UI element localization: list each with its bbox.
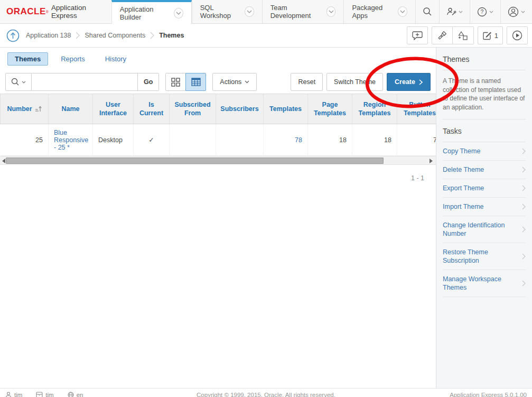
scroll-right-arrow[interactable] xyxy=(428,158,434,163)
icon-view-button[interactable] xyxy=(165,73,186,91)
about-region-title: Themes xyxy=(443,48,526,70)
grid-view-icon xyxy=(171,78,180,87)
play-icon xyxy=(512,30,522,41)
search-icon xyxy=(423,7,432,16)
column-header-subscribers[interactable]: Subscribers xyxy=(216,94,264,124)
column-header-templates[interactable]: Templates xyxy=(264,94,308,124)
check-icon: ✓ xyxy=(148,136,154,144)
task-export-theme[interactable]: Export Theme xyxy=(443,179,526,197)
task-restore-theme-subscription[interactable]: Restore Theme Subscription xyxy=(443,243,526,270)
breadcrumb-current-themes: Themes xyxy=(159,32,184,39)
report-view-button[interactable] xyxy=(185,73,206,91)
breadcrumb-bar: Application 138 Shared Components Themes xyxy=(0,24,532,48)
column-header-name[interactable]: Name xyxy=(49,94,93,124)
nav-tab-application-builder[interactable]: Application Builder xyxy=(111,0,192,24)
nav-tab-team-development[interactable]: Team Development xyxy=(262,0,344,23)
administration-menu-button[interactable] xyxy=(439,0,470,23)
region-tabs: Themes Reports History xyxy=(0,48,436,70)
breadcrumb-application[interactable]: Application 138 xyxy=(26,32,71,39)
task-change-identification-number[interactable]: Change Identification Number xyxy=(443,216,526,243)
templates-count-link[interactable]: 78 xyxy=(295,136,302,144)
spotlight-search-button[interactable] xyxy=(432,26,453,44)
table-view-icon xyxy=(191,78,201,86)
task-manage-workspace-themes[interactable]: Manage Workspace Themes xyxy=(443,270,526,297)
main-content: Themes Reports History Go xyxy=(0,48,436,388)
user-account-menu-button[interactable] xyxy=(500,0,532,23)
cell-region-templates: 18 xyxy=(352,124,397,156)
feedback-button[interactable] xyxy=(407,26,428,44)
cell-is-current: ✓ xyxy=(134,124,170,156)
oracle-logo: ORACLE xyxy=(6,6,46,17)
actions-menu-button[interactable]: Actions xyxy=(212,73,257,91)
theme-name-link[interactable]: Blue Responsive - 25 * xyxy=(54,129,88,151)
cell-button-templates: 7 xyxy=(397,124,436,156)
chevron-right-icon xyxy=(150,32,154,39)
up-level-icon[interactable] xyxy=(6,29,20,42)
help-icon: ? xyxy=(477,7,487,17)
column-header-region-templates[interactable]: Region Templates xyxy=(352,94,397,124)
breadcrumb-shared-components[interactable]: Shared Components xyxy=(85,32,145,39)
search-button[interactable] xyxy=(415,0,439,23)
switch-theme-button[interactable]: Switch Theme xyxy=(326,73,383,91)
nav-tab-label: SQL Workshop xyxy=(200,4,240,20)
cell-user-interface: Desktop xyxy=(93,124,134,156)
brand: ORACLE® Application Express xyxy=(0,0,111,23)
nav-tab-packaged-apps[interactable]: Packaged Apps xyxy=(343,0,415,23)
task-import-theme[interactable]: Import Theme xyxy=(443,197,526,216)
toolbar-right-buttons: Reset Switch Theme Create xyxy=(291,73,431,91)
view-toggle xyxy=(165,73,206,91)
create-button[interactable]: Create xyxy=(387,73,431,91)
help-menu-button[interactable]: ? xyxy=(470,0,500,23)
cell-name: Blue Responsive - 25 * xyxy=(49,124,93,156)
shared-components-button[interactable] xyxy=(453,26,474,44)
chevron-down-icon xyxy=(521,11,525,13)
right-sidebar: Themes A Theme is a named collection of … xyxy=(436,48,532,388)
themes-report-region: Number Name User Interface Is Current Su… xyxy=(0,94,436,156)
chevron-down-icon[interactable] xyxy=(326,6,336,17)
tab-themes[interactable]: Themes xyxy=(7,52,48,66)
chevron-right-icon xyxy=(76,32,80,39)
feedback-bubble-icon xyxy=(412,31,423,40)
reset-button[interactable]: Reset xyxy=(291,73,323,91)
nav-tab-label: Team Development xyxy=(270,4,322,20)
task-delete-theme[interactable]: Delete Theme xyxy=(443,160,526,179)
column-header-button-templates[interactable]: Button Templates xyxy=(397,94,436,124)
column-header-subscribed-from[interactable]: Subscribed From xyxy=(170,94,216,124)
column-header-page-templates[interactable]: Page Templates xyxy=(308,94,352,124)
nav-tab-sql-workshop[interactable]: SQL Workshop xyxy=(192,0,262,23)
go-button[interactable]: Go xyxy=(138,73,159,91)
user-avatar-icon xyxy=(508,6,519,17)
cell-number: 25 xyxy=(1,124,49,156)
chevron-down-icon[interactable] xyxy=(398,6,407,17)
admin-wrench-user-icon xyxy=(446,7,456,16)
chevron-right-icon xyxy=(522,226,526,233)
tab-history[interactable]: History xyxy=(105,55,126,63)
chevron-down-icon[interactable] xyxy=(245,6,254,17)
chevron-right-icon xyxy=(522,185,526,191)
svg-text:?: ? xyxy=(481,8,484,15)
task-copy-theme[interactable]: Copy Theme xyxy=(443,142,526,160)
edit-page-button[interactable]: 1 xyxy=(478,26,503,44)
tab-reports[interactable]: Reports xyxy=(61,55,85,63)
flashlight-icon xyxy=(437,31,447,41)
column-header-is-current[interactable]: Is Current xyxy=(134,94,170,124)
column-header-user-interface[interactable]: User Interface xyxy=(93,94,134,124)
pagination-label: 1 - 1 xyxy=(0,165,436,182)
column-header-number[interactable]: Number xyxy=(1,94,49,124)
chevron-down-icon xyxy=(22,81,26,84)
top-navigation: ORACLE® Application Express Application … xyxy=(0,0,532,24)
search-input[interactable] xyxy=(32,73,138,91)
chevron-down-icon xyxy=(245,80,249,84)
product-name: Application Express xyxy=(51,4,111,20)
search-column-selector[interactable] xyxy=(5,73,32,91)
shapes-icon xyxy=(458,31,468,41)
chevron-down-icon[interactable] xyxy=(174,8,183,19)
horizontal-scrollbar[interactable] xyxy=(0,156,436,165)
cell-subscribers xyxy=(216,124,264,156)
utility-nav: ? xyxy=(415,0,532,23)
run-application-button[interactable] xyxy=(507,26,528,44)
table-header-row: Number Name User Interface Is Current Su… xyxy=(1,94,436,124)
chevron-right-icon xyxy=(419,79,423,85)
scrollbar-thumb[interactable] xyxy=(6,158,384,164)
cell-templates: 78 xyxy=(264,124,308,156)
